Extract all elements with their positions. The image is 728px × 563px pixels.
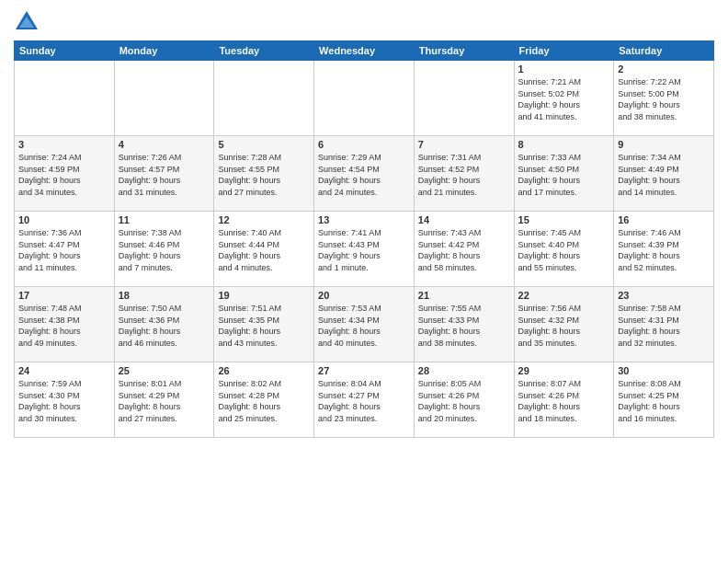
day-number: 9 bbox=[618, 139, 710, 150]
calendar-cell: 27Sunrise: 8:04 AM Sunset: 4:27 PM Dayli… bbox=[314, 362, 415, 438]
day-number: 13 bbox=[318, 214, 410, 225]
calendar-cell: 9Sunrise: 7:34 AM Sunset: 4:49 PM Daylig… bbox=[614, 136, 714, 212]
calendar-cell: 23Sunrise: 7:58 AM Sunset: 4:31 PM Dayli… bbox=[614, 287, 714, 362]
day-info: Sunrise: 7:26 AM Sunset: 4:57 PM Dayligh… bbox=[119, 152, 210, 198]
day-number: 16 bbox=[618, 214, 710, 225]
calendar-cell: 3Sunrise: 7:24 AM Sunset: 4:59 PM Daylig… bbox=[15, 136, 115, 212]
day-info: Sunrise: 7:29 AM Sunset: 4:54 PM Dayligh… bbox=[318, 152, 410, 198]
day-number: 23 bbox=[618, 290, 710, 301]
calendar: SundayMondayTuesdayWednesdayThursdayFrid… bbox=[14, 40, 714, 438]
calendar-cell: 28Sunrise: 8:05 AM Sunset: 4:26 PM Dayli… bbox=[414, 362, 514, 438]
week-row-4: 24Sunrise: 7:59 AM Sunset: 4:30 PM Dayli… bbox=[15, 362, 714, 438]
day-info: Sunrise: 7:45 AM Sunset: 4:40 PM Dayligh… bbox=[518, 227, 610, 273]
calendar-cell: 21Sunrise: 7:55 AM Sunset: 4:33 PM Dayli… bbox=[414, 287, 514, 362]
day-info: Sunrise: 7:33 AM Sunset: 4:50 PM Dayligh… bbox=[518, 152, 610, 198]
day-number: 5 bbox=[218, 139, 310, 150]
day-info: Sunrise: 7:21 AM Sunset: 5:02 PM Dayligh… bbox=[518, 76, 610, 122]
calendar-cell: 1Sunrise: 7:21 AM Sunset: 5:02 PM Daylig… bbox=[514, 61, 614, 136]
day-number: 18 bbox=[119, 290, 210, 301]
day-info: Sunrise: 8:08 AM Sunset: 4:25 PM Dayligh… bbox=[618, 378, 710, 424]
day-number: 10 bbox=[18, 214, 110, 225]
day-number: 25 bbox=[119, 365, 210, 376]
day-number: 4 bbox=[119, 139, 210, 150]
day-number: 8 bbox=[518, 139, 610, 150]
calendar-cell: 25Sunrise: 8:01 AM Sunset: 4:29 PM Dayli… bbox=[114, 362, 214, 438]
calendar-cell: 14Sunrise: 7:43 AM Sunset: 4:42 PM Dayli… bbox=[414, 212, 514, 287]
calendar-cell: 6Sunrise: 7:29 AM Sunset: 4:54 PM Daylig… bbox=[314, 136, 415, 212]
col-header-friday: Friday bbox=[514, 41, 614, 61]
calendar-cell: 8Sunrise: 7:33 AM Sunset: 4:50 PM Daylig… bbox=[514, 136, 614, 212]
calendar-cell: 13Sunrise: 7:41 AM Sunset: 4:43 PM Dayli… bbox=[314, 212, 415, 287]
week-row-2: 10Sunrise: 7:36 AM Sunset: 4:47 PM Dayli… bbox=[15, 212, 714, 287]
day-info: Sunrise: 7:59 AM Sunset: 4:30 PM Dayligh… bbox=[18, 378, 110, 424]
logo bbox=[14, 9, 43, 35]
col-header-tuesday: Tuesday bbox=[214, 41, 314, 61]
col-header-monday: Monday bbox=[114, 41, 214, 61]
day-number: 28 bbox=[418, 365, 510, 376]
day-info: Sunrise: 8:05 AM Sunset: 4:26 PM Dayligh… bbox=[418, 378, 510, 424]
day-info: Sunrise: 7:38 AM Sunset: 4:46 PM Dayligh… bbox=[119, 227, 210, 273]
week-row-1: 3Sunrise: 7:24 AM Sunset: 4:59 PM Daylig… bbox=[15, 136, 714, 212]
logo-icon bbox=[14, 9, 40, 35]
day-info: Sunrise: 7:51 AM Sunset: 4:35 PM Dayligh… bbox=[218, 303, 310, 349]
day-info: Sunrise: 8:01 AM Sunset: 4:29 PM Dayligh… bbox=[119, 378, 210, 424]
day-info: Sunrise: 7:36 AM Sunset: 4:47 PM Dayligh… bbox=[18, 227, 110, 273]
day-info: Sunrise: 7:31 AM Sunset: 4:52 PM Dayligh… bbox=[418, 152, 510, 198]
header bbox=[14, 9, 714, 35]
week-row-3: 17Sunrise: 7:48 AM Sunset: 4:38 PM Dayli… bbox=[15, 287, 714, 362]
day-number: 30 bbox=[618, 365, 710, 376]
day-info: Sunrise: 7:56 AM Sunset: 4:32 PM Dayligh… bbox=[518, 303, 610, 349]
day-number: 11 bbox=[119, 214, 210, 225]
day-number: 14 bbox=[418, 214, 510, 225]
calendar-cell: 12Sunrise: 7:40 AM Sunset: 4:44 PM Dayli… bbox=[214, 212, 314, 287]
day-info: Sunrise: 7:55 AM Sunset: 4:33 PM Dayligh… bbox=[418, 303, 510, 349]
calendar-cell: 15Sunrise: 7:45 AM Sunset: 4:40 PM Dayli… bbox=[514, 212, 614, 287]
day-info: Sunrise: 7:24 AM Sunset: 4:59 PM Dayligh… bbox=[18, 152, 110, 198]
calendar-cell: 18Sunrise: 7:50 AM Sunset: 4:36 PM Dayli… bbox=[114, 287, 214, 362]
day-info: Sunrise: 8:04 AM Sunset: 4:27 PM Dayligh… bbox=[318, 378, 410, 424]
day-number: 7 bbox=[418, 139, 510, 150]
week-row-0: 1Sunrise: 7:21 AM Sunset: 5:02 PM Daylig… bbox=[15, 61, 714, 136]
day-info: Sunrise: 7:43 AM Sunset: 4:42 PM Dayligh… bbox=[418, 227, 510, 273]
day-number: 29 bbox=[518, 365, 610, 376]
day-number: 3 bbox=[18, 139, 110, 150]
day-number: 19 bbox=[218, 290, 310, 301]
day-info: Sunrise: 7:28 AM Sunset: 4:55 PM Dayligh… bbox=[218, 152, 310, 198]
calendar-cell: 7Sunrise: 7:31 AM Sunset: 4:52 PM Daylig… bbox=[414, 136, 514, 212]
col-header-thursday: Thursday bbox=[414, 41, 514, 61]
day-number: 2 bbox=[618, 63, 710, 75]
day-info: Sunrise: 7:34 AM Sunset: 4:49 PM Dayligh… bbox=[618, 152, 710, 198]
calendar-cell bbox=[15, 61, 115, 136]
day-info: Sunrise: 8:02 AM Sunset: 4:28 PM Dayligh… bbox=[218, 378, 310, 424]
day-number: 26 bbox=[218, 365, 310, 376]
calendar-cell: 29Sunrise: 8:07 AM Sunset: 4:26 PM Dayli… bbox=[514, 362, 614, 438]
col-header-wednesday: Wednesday bbox=[314, 41, 415, 61]
calendar-cell: 19Sunrise: 7:51 AM Sunset: 4:35 PM Dayli… bbox=[214, 287, 314, 362]
calendar-cell: 10Sunrise: 7:36 AM Sunset: 4:47 PM Dayli… bbox=[15, 212, 115, 287]
page: SundayMondayTuesdayWednesdayThursdayFrid… bbox=[0, 0, 728, 563]
calendar-cell: 26Sunrise: 8:02 AM Sunset: 4:28 PM Dayli… bbox=[214, 362, 314, 438]
day-number: 15 bbox=[518, 214, 610, 225]
calendar-cell: 17Sunrise: 7:48 AM Sunset: 4:38 PM Dayli… bbox=[15, 287, 115, 362]
calendar-cell: 11Sunrise: 7:38 AM Sunset: 4:46 PM Dayli… bbox=[114, 212, 214, 287]
day-info: Sunrise: 7:50 AM Sunset: 4:36 PM Dayligh… bbox=[119, 303, 210, 349]
day-info: Sunrise: 7:22 AM Sunset: 5:00 PM Dayligh… bbox=[618, 76, 710, 122]
day-number: 17 bbox=[18, 290, 110, 301]
day-number: 24 bbox=[18, 365, 110, 376]
calendar-cell bbox=[314, 61, 415, 136]
day-info: Sunrise: 8:07 AM Sunset: 4:26 PM Dayligh… bbox=[518, 378, 610, 424]
calendar-cell: 30Sunrise: 8:08 AM Sunset: 4:25 PM Dayli… bbox=[614, 362, 714, 438]
calendar-cell bbox=[114, 61, 214, 136]
day-info: Sunrise: 7:46 AM Sunset: 4:39 PM Dayligh… bbox=[618, 227, 710, 273]
day-info: Sunrise: 7:40 AM Sunset: 4:44 PM Dayligh… bbox=[218, 227, 310, 273]
calendar-cell: 4Sunrise: 7:26 AM Sunset: 4:57 PM Daylig… bbox=[114, 136, 214, 212]
day-info: Sunrise: 7:58 AM Sunset: 4:31 PM Dayligh… bbox=[618, 303, 710, 349]
calendar-cell: 16Sunrise: 7:46 AM Sunset: 4:39 PM Dayli… bbox=[614, 212, 714, 287]
calendar-header-row: SundayMondayTuesdayWednesdayThursdayFrid… bbox=[15, 41, 714, 61]
col-header-sunday: Sunday bbox=[15, 41, 115, 61]
calendar-cell: 22Sunrise: 7:56 AM Sunset: 4:32 PM Dayli… bbox=[514, 287, 614, 362]
day-number: 1 bbox=[518, 63, 610, 75]
day-number: 21 bbox=[418, 290, 510, 301]
calendar-cell: 20Sunrise: 7:53 AM Sunset: 4:34 PM Dayli… bbox=[314, 287, 415, 362]
day-number: 12 bbox=[218, 214, 310, 225]
